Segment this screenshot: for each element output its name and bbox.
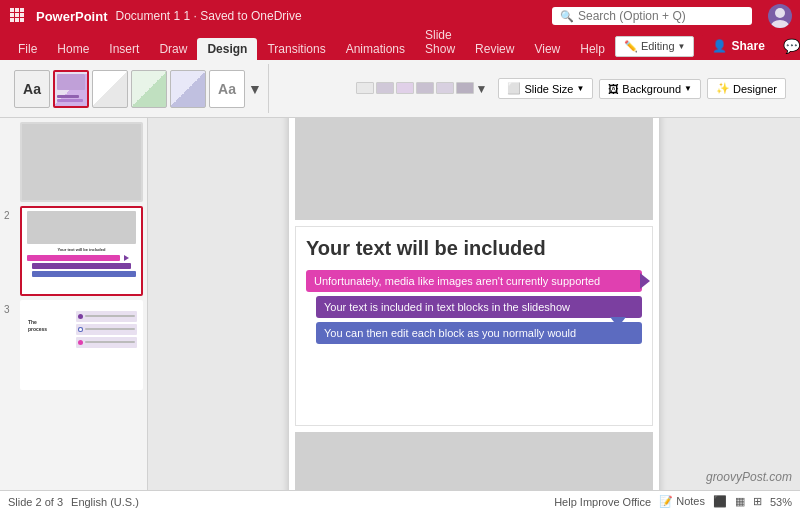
ribbon-tabs: File Home Insert Draw Design Transitions… bbox=[0, 32, 800, 60]
slide-image-placeholder bbox=[295, 118, 653, 220]
search-box[interactable]: 🔍 bbox=[552, 7, 752, 25]
statusbar-right: Help Improve Office 📝 Notes ⬛ ▦ ⊞ 53% bbox=[554, 495, 792, 508]
search-icon: 🔍 bbox=[560, 10, 574, 23]
wand-icon: ✨ bbox=[716, 82, 730, 95]
slide-content-area[interactable]: Your text will be included Unfortunately… bbox=[295, 226, 653, 426]
more-variants-icon[interactable]: ▼ bbox=[476, 82, 488, 96]
slide-block-1[interactable]: Unfortunately, media like images aren't … bbox=[306, 270, 642, 292]
tab-design[interactable]: Design bbox=[197, 38, 257, 60]
theme-swatch-2[interactable] bbox=[92, 70, 128, 108]
slide-preview-1[interactable] bbox=[20, 122, 143, 202]
designer-button[interactable]: ✨ Designer bbox=[707, 78, 786, 99]
slide-preview-3[interactable]: The process bbox=[20, 300, 143, 390]
svg-rect-4 bbox=[15, 13, 19, 17]
theme-group: Aa Aa ▼ bbox=[8, 64, 269, 113]
tab-slideshow[interactable]: Slide Show bbox=[415, 24, 465, 60]
tab-view[interactable]: View bbox=[524, 38, 570, 60]
svg-rect-5 bbox=[20, 13, 24, 17]
right-controls bbox=[768, 4, 792, 28]
slides-panel: 2 Your text will be included 3 The proce… bbox=[0, 118, 148, 490]
svg-rect-8 bbox=[20, 18, 24, 22]
comment-icon[interactable]: 💬 bbox=[783, 38, 800, 54]
arrow-right-icon bbox=[640, 273, 650, 289]
tab-transitions[interactable]: Transitions bbox=[257, 38, 335, 60]
normal-view-icon[interactable]: ⬛ bbox=[713, 495, 727, 508]
color-variant-6[interactable] bbox=[456, 82, 474, 94]
slide-canvas[interactable]: Your text will be included Unfortunately… bbox=[289, 118, 659, 490]
chevron-down-icon-bg: ▼ bbox=[684, 84, 692, 93]
main-area: 2 Your text will be included 3 The proce… bbox=[0, 118, 800, 490]
background-button[interactable]: 🖼 Background ▼ bbox=[599, 79, 701, 99]
tab-draw[interactable]: Draw bbox=[149, 38, 197, 60]
slide-info: Slide 2 of 3 bbox=[8, 496, 63, 508]
slide-preview-2[interactable]: Your text will be included bbox=[20, 206, 143, 296]
svg-point-10 bbox=[771, 20, 789, 28]
app-grid-icon bbox=[8, 6, 28, 26]
slide-block-2[interactable]: Your text is included in text blocks in … bbox=[316, 296, 642, 318]
slide-size-button[interactable]: ⬜ Slide Size ▼ bbox=[498, 78, 593, 99]
slide-block-3[interactable]: You can then edit each block as you norm… bbox=[316, 322, 642, 344]
tab-animations[interactable]: Animations bbox=[336, 38, 415, 60]
outline-view-icon[interactable]: ▦ bbox=[735, 495, 745, 508]
tab-review[interactable]: Review bbox=[465, 38, 524, 60]
slide-title: Your text will be included bbox=[306, 237, 642, 260]
svg-rect-6 bbox=[10, 18, 14, 22]
share-button[interactable]: 👤 Share bbox=[700, 35, 776, 57]
zoom-level: 53% bbox=[770, 496, 792, 508]
notes-icon: 📝 bbox=[659, 495, 673, 507]
tab-help[interactable]: Help bbox=[570, 38, 615, 60]
theme-swatch-aa[interactable]: Aa bbox=[14, 70, 50, 108]
help-improve[interactable]: Help Improve Office bbox=[554, 496, 651, 508]
editing-button[interactable]: ✏️ Editing ▼ bbox=[615, 36, 695, 57]
slide-thumb-2[interactable]: 2 Your text will be included bbox=[4, 206, 143, 296]
theme-swatch-1[interactable] bbox=[53, 70, 89, 108]
statusbar: Slide 2 of 3 English (U.S.) Help Improve… bbox=[0, 490, 800, 512]
canvas-area: Your text will be included Unfortunately… bbox=[148, 118, 800, 490]
theme-swatch-4[interactable] bbox=[170, 70, 206, 108]
color-variant-2[interactable] bbox=[376, 82, 394, 94]
doc-name: Document 1 1 · Saved to OneDrive bbox=[116, 9, 302, 23]
svg-rect-0 bbox=[10, 8, 14, 12]
svg-point-9 bbox=[775, 8, 785, 18]
background-icon: 🖼 bbox=[608, 83, 619, 95]
slide-thumb-1[interactable] bbox=[4, 122, 143, 202]
color-variant-5[interactable] bbox=[436, 82, 454, 94]
theme-swatch-3[interactable] bbox=[131, 70, 167, 108]
pencil-icon: ✏️ bbox=[624, 40, 638, 53]
ribbon-content: Aa Aa ▼ ▼ ⬜ bbox=[0, 60, 800, 118]
tab-file[interactable]: File bbox=[8, 38, 47, 60]
svg-rect-3 bbox=[10, 13, 14, 17]
app-name: PowerPoint bbox=[36, 9, 108, 24]
color-variant-4[interactable] bbox=[416, 82, 434, 94]
search-input[interactable] bbox=[578, 9, 744, 23]
theme-dropdown-icon[interactable]: ▼ bbox=[248, 81, 262, 97]
chevron-down-icon: ▼ bbox=[678, 42, 686, 51]
slide-size-icon: ⬜ bbox=[507, 82, 521, 95]
language-info: English (U.S.) bbox=[71, 496, 139, 508]
notes-button[interactable]: 📝 Notes bbox=[659, 495, 705, 508]
svg-rect-1 bbox=[15, 8, 19, 12]
slide-sorter-icon[interactable]: ⊞ bbox=[753, 495, 762, 508]
tab-home[interactable]: Home bbox=[47, 38, 99, 60]
user-avatar[interactable] bbox=[768, 4, 792, 28]
color-variant-3[interactable] bbox=[396, 82, 414, 94]
chevron-down-icon-size: ▼ bbox=[576, 84, 584, 93]
groovypost-watermark: groovyPost.com bbox=[706, 470, 792, 484]
share-icon: 👤 bbox=[712, 39, 727, 53]
slide-thumb-3[interactable]: 3 The process bbox=[4, 300, 143, 390]
slide-setup-group: ▼ ⬜ Slide Size ▼ 🖼 Background ▼ ✨ Design… bbox=[350, 64, 792, 113]
svg-rect-7 bbox=[15, 18, 19, 22]
titlebar: PowerPoint Document 1 1 · Saved to OneDr… bbox=[0, 0, 800, 32]
tab-insert[interactable]: Insert bbox=[99, 38, 149, 60]
svg-rect-2 bbox=[20, 8, 24, 12]
slide-bottom-placeholder bbox=[295, 432, 653, 490]
color-variant-1[interactable] bbox=[356, 82, 374, 94]
theme-swatch-5[interactable]: Aa bbox=[209, 70, 245, 108]
